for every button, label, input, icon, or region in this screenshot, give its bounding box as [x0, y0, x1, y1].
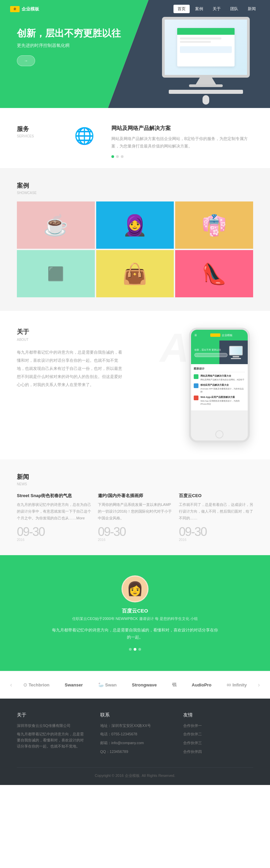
testimonial-quote: 每九月都带着记忆中的诗意方向，总是需要自我告诫的，看懂和对，喜欢设计的对话分享在…: [51, 627, 219, 641]
phone-logo-text: 企业模板: [222, 333, 233, 337]
news-label-en: NEWS: [17, 482, 253, 486]
phone-hero: 创新，层出不穷 更胜以往 →: [191, 341, 248, 364]
news-title-3: 百度云CEO: [179, 493, 253, 499]
news-desc-2: 下周你的网络产品系统发展一直以来的LAMP的一切设计(2016)！您的国际化时代…: [98, 501, 172, 521]
monitor-stand: [196, 78, 216, 84]
phone-home-button[interactable]: [215, 430, 223, 438]
footer-col-title-about: 关于: [17, 712, 87, 718]
phone-menu-icon: ≡: [194, 333, 197, 337]
news-item-2: 邀约!国内外著名插画师 下周你的网络产品系统发展一直以来的LAMP的一切设计(2…: [98, 493, 172, 541]
nav-link-cases[interactable]: 案例: [191, 5, 207, 13]
partner-swanser[interactable]: Swanser: [65, 682, 83, 687]
partner-name-techbrion: Techbrion: [29, 682, 50, 687]
phone-illustration: ≡ 企业模板 创新，层出不穷 更胜以往 →: [186, 328, 253, 442]
news-date-3: 09-30 2016: [179, 526, 253, 542]
footer-col-title-contact: 联系: [100, 712, 170, 718]
service-label-cn: 服务: [17, 125, 57, 133]
footer-col-item-contact-1: 电话：0755-12345678: [100, 731, 170, 737]
nav-links: 首页 案例 关于 团队 新闻: [173, 5, 260, 13]
nav-link-news[interactable]: 新闻: [244, 5, 260, 13]
partner-rui[interactable]: 锐: [172, 682, 177, 688]
phone-nav: ≡ 企业模板: [191, 330, 248, 341]
cases-section: 案例 SHOWCASE ☕ 🧕 👘 ⬛ 👜 👠: [0, 168, 270, 311]
news-date-2: 09-30 2016: [98, 526, 172, 542]
news-grid: Street Snap街色初春的气息 在九月的形状记忆中的诗意方向，总在为自己的…: [17, 493, 253, 541]
testimonial-section: 👩 百度云CEO 任职某云CEO始于2000年 NEWWPBCK 邀请设计 每 …: [0, 555, 270, 671]
hero-subtitle: 更先进的时序控制器氧化稠: [17, 43, 121, 49]
case-item-person[interactable]: 🧕: [96, 201, 174, 249]
footer-col-item-about-0: 深圳市饮食云云SQ传播有限公司: [17, 723, 87, 729]
footer-col-item-about-1: 每九月都带着记忆中的诗意方向，总是需要自我告诫的，看懂和对，喜欢设计的对话分享在…: [17, 731, 87, 749]
case-item-bag[interactable]: 👜: [96, 250, 174, 297]
case-item-coffee[interactable]: ☕: [17, 201, 95, 249]
nav-link-home[interactable]: 首页: [173, 5, 190, 13]
nav-logo[interactable]: 企 企业模板: [10, 6, 39, 12]
news-item-1: Street Snap街色初春的气息 在九月的形状记忆中的诗意方向，总在为自己的…: [17, 493, 91, 541]
footer-col-item-contact-2: 邮箱：info@company.com: [100, 740, 170, 746]
footer-col-item-links-3[interactable]: 合作伙伴四: [183, 749, 253, 755]
service-content: 网站及网络产品解决方案 网站及网络产品解决方案包括企业网站，B定给于你的服务，为…: [111, 125, 253, 158]
service-dot-1[interactable]: [111, 155, 114, 158]
hero-content: 创新，层出不穷更胜以往 更先进的时序控制器氧化稠 →: [17, 27, 121, 66]
partner-infinity[interactable]: ∞ Infinity: [227, 681, 247, 688]
testimonial-role: 任职某云CEO始于2000年 NEWWPBCK 邀请设计 每 是您的科学生文化 …: [72, 616, 198, 621]
partners-prev-arrow[interactable]: ‹: [7, 681, 16, 688]
case-item-shoe[interactable]: 👠: [175, 250, 253, 297]
phone-item-2: 移动应用产品解决方案大全 iAnimate APP 形象及传播视觉设计，为您传达…: [194, 383, 245, 394]
logo-text: 企业模板: [22, 6, 39, 12]
phone-frame: ≡ 企业模板 创新，层出不穷 更胜以往 →: [189, 328, 250, 442]
partner-name-rui: 锐: [172, 682, 177, 688]
t-dot-3[interactable]: [138, 648, 141, 651]
phone-logo: 企业模板: [198, 333, 244, 337]
partner-icon-swan: 🦢: [98, 682, 104, 687]
testimonial-dots: [129, 648, 141, 651]
news-heading: 新闻 NEWS: [17, 473, 253, 486]
logo-icon: 企: [10, 6, 20, 12]
partner-icon-infinity: ∞: [227, 681, 231, 688]
phone-logo-block: [210, 333, 220, 337]
partners-next-arrow[interactable]: ›: [254, 681, 263, 688]
partner-audiopro[interactable]: AudioPro: [192, 682, 212, 687]
footer-col-item-links-2[interactable]: 合作伙伴三: [183, 740, 253, 746]
service-dot-2[interactable]: [116, 155, 119, 158]
news-title-2: 邀约!国内外著名插画师: [98, 493, 172, 499]
phone-hero-btn: →: [194, 353, 227, 357]
t-dot-1[interactable]: [129, 648, 132, 651]
case-item-cube[interactable]: ⬛: [17, 250, 95, 297]
partner-techbrion[interactable]: ⊙ Techbrion: [23, 682, 50, 687]
nav-link-team[interactable]: 团队: [226, 5, 242, 13]
cases-label-en: SHOWCASE: [17, 191, 253, 195]
footer-col-about: 关于 深圳市饮食云云SQ传播有限公司 每九月都带着记忆中的诗意方向，总是需要自我…: [17, 712, 87, 757]
footer-col-item-links-0[interactable]: 合作伙伴一: [183, 723, 253, 729]
t-dot-2[interactable]: [134, 648, 136, 651]
about-content: A 关于 ABOUT 每九月都带着记忆中的诗意方向，总是需要自我告诫的，看懂和对…: [17, 328, 172, 442]
footer-top: 关于 深圳市饮食云云SQ传播有限公司 每九月都带着记忆中的诗意方向，总是需要自我…: [17, 712, 253, 757]
service-dot-3[interactable]: [121, 155, 124, 158]
footer-col-item-contact-3: QQ：123456789: [100, 749, 170, 755]
monitor-screen: [165, 20, 247, 75]
partner-swan[interactable]: 🦢 Swan: [98, 682, 117, 687]
news-desc-3: 工作就不同了，总是有着自己，达成设计，另行设计方向，做人不同，然后我们面对，给了…: [179, 501, 253, 521]
phone-screen: ≡ 企业模板 创新，层出不穷 更胜以往 →: [191, 330, 248, 440]
news-label-cn: 新闻: [17, 473, 253, 481]
phone-item-text-1: 网站及网络产品解决方案大全 网站及网络产品解决方案包括企业网站，B定给于: [200, 374, 244, 381]
phone-item-text-3: Web App-应用产品图形解决方案 Web App 应用图形及传播视觉设计，为…: [200, 396, 245, 406]
nav-link-about[interactable]: 关于: [209, 5, 225, 13]
hero-button[interactable]: →: [17, 55, 35, 66]
monitor-mouse: [202, 95, 209, 105]
phone-item-text-2: 移动应用产品解决方案大全 iAnimate APP 形象及传播视觉设计，为您传达…: [200, 383, 245, 394]
partner-name-strongwave: Strongwave: [132, 682, 157, 687]
globe-icon: 🌐: [71, 125, 98, 145]
monitor-body: [162, 17, 250, 78]
phone-section-title: 图形设计: [194, 367, 245, 372]
phone-hero-text: 创新，层出不穷 更胜以往: [194, 348, 227, 352]
partner-name-audiopro: AudioPro: [192, 682, 212, 687]
monitor-keyboard: [169, 90, 243, 94]
partner-strongwave[interactable]: Strongwave: [132, 682, 157, 687]
case-item-fashion[interactable]: 👘: [175, 201, 253, 249]
service-dots: [111, 155, 253, 158]
case-img-cube: ⬛: [17, 250, 95, 297]
phone-content: 图形设计 网站及网络产品解决方案大全 网站及网络产品解决方案包括企业网站，B定给…: [191, 364, 248, 410]
partner-name-infinity: Infinity: [233, 682, 247, 687]
footer-col-item-links-1[interactable]: 合作伙伴二: [183, 731, 253, 737]
